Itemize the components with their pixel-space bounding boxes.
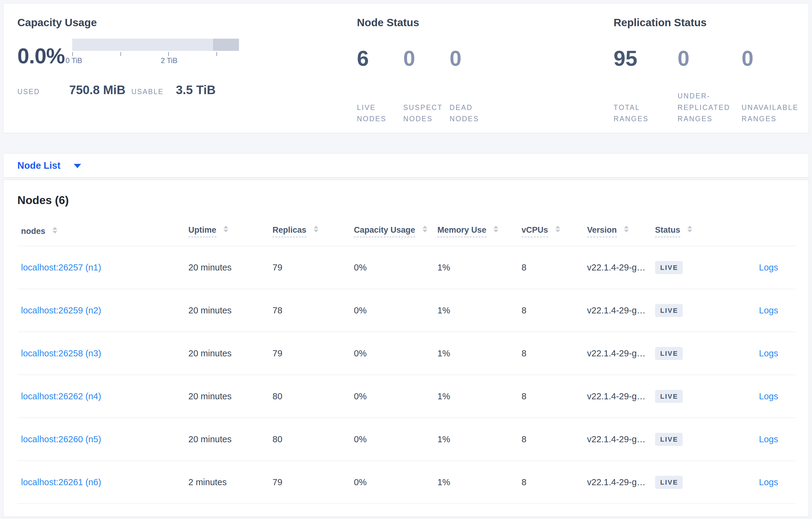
logs-link[interactable]: Logs: [759, 263, 778, 272]
capacity-cell: 0%: [350, 418, 434, 461]
sort-icon[interactable]: [314, 226, 319, 233]
replication-status-title: Replication Status: [614, 17, 806, 28]
nodes-table: nodes Uptime Replicas Capacity Usage Mem…: [18, 215, 795, 504]
axis-tick: [168, 52, 169, 56]
node-link[interactable]: localhost:26258 (n3): [21, 348, 101, 358]
suspect-nodes-label: SUSPECT NODES: [403, 102, 440, 125]
unavailable-ranges-stat: 0 UNAVAILABLE RANGES: [742, 48, 797, 125]
status-badge: LIVE: [655, 433, 683, 446]
replicas-cell: 78: [269, 289, 350, 332]
column-header-replicas[interactable]: Replicas: [269, 215, 350, 246]
column-header-label[interactable]: vCPUs: [522, 226, 548, 237]
column-header-logs: [714, 215, 795, 246]
column-header-status[interactable]: Status: [651, 215, 714, 246]
column-header-label[interactable]: Status: [655, 226, 680, 237]
version-cell: v22.1.4-29-g…: [583, 332, 651, 375]
capacity-gauge-bar: [72, 39, 239, 51]
uptime-cell: 20 minutes: [185, 332, 269, 375]
memory-cell: 1%: [434, 289, 518, 332]
logs-link[interactable]: Logs: [759, 434, 778, 444]
logs-link[interactable]: Logs: [759, 305, 778, 315]
node-link[interactable]: localhost:26261 (n6): [21, 477, 101, 487]
memory-cell: 1%: [434, 375, 518, 418]
table-row: localhost:26262 (n4) 20 minutes 80 0% 1%…: [18, 375, 795, 418]
column-header-vcpus[interactable]: vCPUs: [518, 215, 583, 246]
under-replicated-ranges-label: UNDER-REPLICATED RANGES: [677, 90, 733, 125]
capacity-gauge-ticks: [72, 51, 239, 56]
uptime-cell: 2 minutes: [185, 461, 269, 504]
column-header-label[interactable]: Memory Use: [437, 226, 487, 237]
node-link[interactable]: localhost:26257 (n1): [21, 263, 101, 272]
total-ranges-label: TOTAL RANGES: [614, 102, 669, 125]
logs-link[interactable]: Logs: [759, 391, 778, 401]
cluster-summary-panel: Capacity Usage 0.0% 0 TiB 2 TiB: [3, 3, 809, 133]
node-link[interactable]: localhost:26260 (n5): [21, 434, 101, 444]
node-status-section: Node Status 6 LIVE NODES 0 SUSPECT NODES…: [357, 17, 588, 125]
node-list-dropdown[interactable]: Node List: [3, 153, 809, 178]
usable-label: USABLE: [132, 88, 176, 96]
sort-icon[interactable]: [224, 226, 228, 233]
replicas-cell: 79: [269, 246, 350, 289]
capacity-cell: 0%: [350, 375, 434, 418]
status-badge: LIVE: [655, 304, 683, 317]
replication-status-section: Replication Status 95 TOTAL RANGES 0 UND…: [614, 17, 806, 125]
total-ranges-stat: 95 TOTAL RANGES: [614, 48, 669, 125]
axis-tick: [120, 52, 121, 56]
status-badge: LIVE: [655, 390, 683, 403]
table-row: localhost:26260 (n5) 20 minutes 80 0% 1%…: [18, 418, 795, 461]
vcpus-cell: 8: [518, 289, 583, 332]
live-nodes-stat: 6 LIVE NODES: [357, 48, 394, 125]
logs-link[interactable]: Logs: [759, 348, 778, 358]
unavailable-ranges-value: 0: [742, 48, 797, 69]
table-row: localhost:26257 (n1) 20 minutes 79 0% 1%…: [18, 246, 795, 289]
sort-icon[interactable]: [493, 226, 498, 233]
under-replicated-ranges-value: 0: [677, 48, 733, 69]
sort-icon[interactable]: [624, 226, 629, 233]
dead-nodes-value: 0: [450, 48, 486, 69]
column-header-version[interactable]: Version: [583, 215, 651, 246]
axis-tick: [72, 52, 73, 56]
node-link[interactable]: localhost:26262 (n4): [21, 391, 101, 401]
logs-link[interactable]: Logs: [759, 477, 778, 487]
column-header-label[interactable]: Replicas: [272, 226, 306, 237]
column-header-capacity-usage[interactable]: Capacity Usage: [350, 215, 434, 246]
replicas-cell: 80: [269, 418, 350, 461]
column-header-label[interactable]: nodes: [21, 227, 46, 236]
vcpus-cell: 8: [518, 246, 583, 289]
axis-tick: [216, 52, 217, 56]
used-value: 750.8 MiB: [69, 83, 132, 97]
status-badge: LIVE: [655, 261, 683, 274]
column-header-label[interactable]: Capacity Usage: [354, 226, 415, 237]
memory-cell: 1%: [434, 418, 518, 461]
column-header-label[interactable]: Version: [587, 226, 617, 237]
live-nodes-value: 6: [357, 48, 394, 69]
status-badge: LIVE: [655, 476, 683, 489]
sort-icon[interactable]: [52, 227, 57, 234]
column-header-nodes[interactable]: nodes: [18, 215, 185, 246]
total-ranges-value: 95: [614, 48, 669, 69]
nodes-section-title: Nodes (6): [18, 195, 809, 206]
live-nodes-label: LIVE NODES: [357, 102, 394, 125]
capacity-cell: 0%: [350, 289, 434, 332]
capacity-usage-title: Capacity Usage: [18, 17, 335, 28]
memory-cell: 1%: [434, 246, 518, 289]
column-header-label[interactable]: Uptime: [188, 226, 216, 237]
sort-icon[interactable]: [423, 226, 427, 233]
column-header-memory-use[interactable]: Memory Use: [434, 215, 518, 246]
usable-value: 3.5 TiB: [176, 83, 215, 97]
status-badge: LIVE: [655, 347, 683, 360]
vcpus-cell: 8: [518, 375, 583, 418]
node-link[interactable]: localhost:26259 (n2): [21, 305, 101, 315]
table-row: localhost:26258 (n3) 20 minutes 79 0% 1%…: [18, 332, 795, 375]
chevron-down-icon: [74, 164, 81, 168]
axis-label-2tib: 2 TiB: [161, 56, 177, 65]
version-cell: v22.1.4-29-g…: [583, 418, 651, 461]
node-list-dropdown-label[interactable]: Node List: [18, 161, 60, 170]
sort-icon[interactable]: [687, 226, 692, 233]
vcpus-cell: 8: [518, 332, 583, 375]
column-header-uptime[interactable]: Uptime: [185, 215, 269, 246]
memory-cell: 1%: [434, 332, 518, 375]
uptime-cell: 20 minutes: [185, 246, 269, 289]
table-header-row: nodes Uptime Replicas Capacity Usage Mem…: [18, 215, 795, 246]
sort-icon[interactable]: [555, 226, 560, 233]
